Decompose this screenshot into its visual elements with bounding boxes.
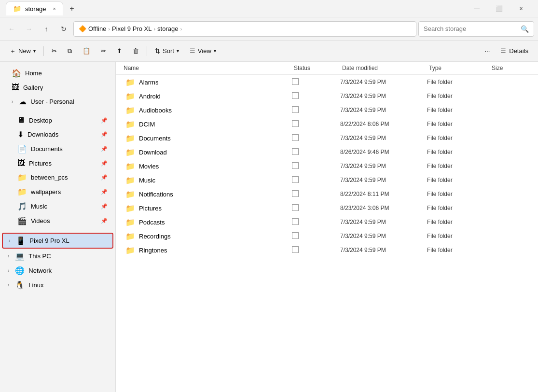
table-row[interactable]: 📁 Movies 7/3/2024 9:59 PM File folder [118, 159, 536, 173]
close-button[interactable]: × [510, 1, 532, 16]
file-type-cell: File folder [427, 205, 490, 211]
search-input[interactable] [424, 25, 521, 32]
cloud-icon: ☁ [19, 97, 27, 106]
folder-icon: 📁 [125, 78, 135, 87]
rename-button[interactable]: ✏ [96, 45, 111, 57]
videos-icon: 🎬 [17, 216, 27, 225]
sidebar-item-between-pcs[interactable]: 📁 between_pcs 📌 [2, 170, 113, 184]
breadcrumb-sep-3: › [180, 26, 182, 32]
file-name-cell: 📁 Notifications [125, 190, 292, 199]
folder-icon: 📁 [125, 148, 135, 157]
file-date-cell: 7/3/2024 9:59 PM [340, 107, 427, 113]
col-type: Type [429, 65, 492, 71]
details-button[interactable]: ☰ Details [496, 45, 533, 57]
home-icon: 🏠 [12, 69, 21, 78]
breadcrumb-pixel-label: Pixel 9 Pro XL [112, 25, 152, 32]
network-icon: 🌐 [15, 266, 25, 275]
sort-button[interactable]: ⇅ Sort ▾ [150, 45, 184, 57]
linux-icon: 🐧 [15, 280, 25, 290]
refresh-button[interactable]: ↻ [56, 21, 71, 37]
sidebar-item-wallpapers[interactable]: 📁 wallpapers 📌 [2, 185, 113, 199]
view-arrow: ▾ [214, 48, 216, 54]
breadcrumb-storage[interactable]: storage [157, 25, 178, 32]
sort-label: Sort [163, 47, 174, 55]
breadcrumb-offline[interactable]: 🔶 Offline [79, 25, 106, 32]
file-type-cell: File folder [427, 247, 490, 253]
file-name-text: Pictures [139, 205, 162, 212]
table-row[interactable]: 📁 Android 7/3/2024 9:59 PM File folder [118, 89, 536, 103]
pin-icon-wallpapers: 📌 [101, 189, 108, 195]
table-row[interactable]: 📁 Recordings 7/3/2024 9:59 PM File folde… [118, 229, 536, 243]
file-name-cell: 📁 Music [125, 176, 292, 185]
sidebar-item-videos[interactable]: 🎬 Videos 📌 [2, 214, 113, 228]
sidebar: 🏠 Home 🖼 Gallery › ☁ User - Personal 🖥 D… [0, 62, 116, 392]
more-button[interactable]: ··· [480, 45, 495, 57]
file-status-cell [292, 106, 340, 114]
table-row[interactable]: 📁 Download 8/26/2024 9:46 PM File folder [118, 145, 536, 159]
paste-button[interactable]: 📋 [78, 45, 95, 57]
new-button[interactable]: ＋ New ▾ [5, 44, 41, 58]
sidebar-item-home[interactable]: 🏠 Home [2, 66, 113, 80]
col-size: Size [492, 65, 530, 71]
sidebar-item-pixel9-prox[interactable]: › 📱 Pixel 9 Pro XL [2, 233, 113, 249]
view-icon: ☰ [190, 47, 195, 55]
file-name-text: Podcasts [139, 219, 165, 226]
share-button[interactable]: ⬆ [112, 45, 127, 57]
breadcrumb-bar[interactable]: 🔶 Offline › Pixel 9 Pro XL › storage › [73, 21, 416, 37]
table-row[interactable]: 📁 Ringtones 7/3/2024 9:59 PM File folder [118, 243, 536, 257]
sidebar-item-desktop[interactable]: 🖥 Desktop 📌 [2, 113, 113, 127]
new-tab-button[interactable]: + [65, 2, 79, 15]
status-checkbox [292, 176, 299, 183]
sidebar-item-user-personal[interactable]: › ☁ User - Personal [2, 95, 113, 109]
back-button[interactable]: ← [4, 21, 19, 37]
table-row[interactable]: 📁 Documents 7/3/2024 9:59 PM File folder [118, 131, 536, 145]
forward-button[interactable]: → [21, 21, 37, 37]
file-name-text: Android [139, 93, 161, 100]
sidebar-item-documents[interactable]: 📄 Documents 📌 [2, 142, 113, 156]
cut-button[interactable]: ✂ [47, 45, 62, 57]
tab-close-button[interactable]: × [53, 6, 55, 12]
file-status-cell [292, 134, 340, 142]
file-status-cell [292, 246, 340, 254]
table-row[interactable]: 📁 Music 7/3/2024 9:59 PM File folder [118, 173, 536, 187]
sidebar-item-gallery[interactable]: 🖼 Gallery [2, 81, 113, 94]
status-checkbox [292, 246, 299, 253]
status-checkbox [292, 162, 299, 169]
desktop-icon: 🖥 [17, 116, 25, 125]
search-bar[interactable]: 🔍 [418, 21, 534, 37]
sidebar-label-downloads: Downloads [28, 131, 58, 138]
wallpapers-icon: 📁 [17, 187, 27, 196]
active-tab[interactable]: 📁 storage × [6, 1, 63, 15]
pin-icon-videos: 📌 [101, 218, 108, 224]
table-row[interactable]: 📁 Audiobooks 7/3/2024 9:59 PM File folde… [118, 103, 536, 117]
table-row[interactable]: 📁 Alarms 7/3/2024 9:59 PM File folder [118, 75, 536, 89]
pin-icon-music: 📌 [101, 203, 108, 210]
sidebar-item-thispc[interactable]: › 💻 This PC [2, 249, 113, 263]
expand-icon-network: › [8, 268, 9, 273]
file-name-text: DCIM [139, 121, 155, 128]
sidebar-item-pictures[interactable]: 🖼 Pictures 📌 [2, 156, 113, 170]
table-row[interactable]: 📁 Notifications 8/22/2024 8:11 PM File f… [118, 187, 536, 201]
table-row[interactable]: 📁 Podcasts 7/3/2024 9:59 PM File folder [118, 215, 536, 229]
pin-icon-between-pcs: 📌 [101, 174, 108, 181]
copy-button[interactable]: ⧉ [63, 45, 77, 57]
folder-icon: 📁 [125, 190, 135, 199]
file-status-cell [292, 218, 340, 226]
delete-icon: 🗑 [133, 47, 139, 55]
documents-icon: 📄 [17, 144, 27, 154]
delete-button[interactable]: 🗑 [128, 45, 144, 57]
file-date-cell: 7/3/2024 9:59 PM [340, 177, 427, 183]
file-date-cell: 7/3/2024 9:59 PM [340, 247, 427, 253]
table-row[interactable]: 📁 DCIM 8/22/2024 8:06 PM File folder [118, 117, 536, 131]
view-button[interactable]: ☰ View ▾ [185, 45, 221, 57]
sidebar-item-linux[interactable]: › 🐧 Linux [2, 278, 113, 292]
maximize-button[interactable]: ⬜ [488, 1, 510, 16]
sidebar-item-music[interactable]: 🎵 Music 📌 [2, 199, 113, 213]
folder-icon: 📁 [125, 106, 135, 115]
sidebar-item-network[interactable]: › 🌐 Network [2, 264, 113, 278]
table-row[interactable]: 📁 Pictures 8/23/2024 3:06 PM File folder [118, 201, 536, 215]
minimize-button[interactable]: — [466, 1, 488, 16]
sidebar-item-downloads[interactable]: ⬇ Downloads 📌 [2, 127, 113, 141]
breadcrumb-pixel[interactable]: Pixel 9 Pro XL [112, 25, 152, 32]
up-button[interactable]: ↑ [39, 21, 54, 37]
